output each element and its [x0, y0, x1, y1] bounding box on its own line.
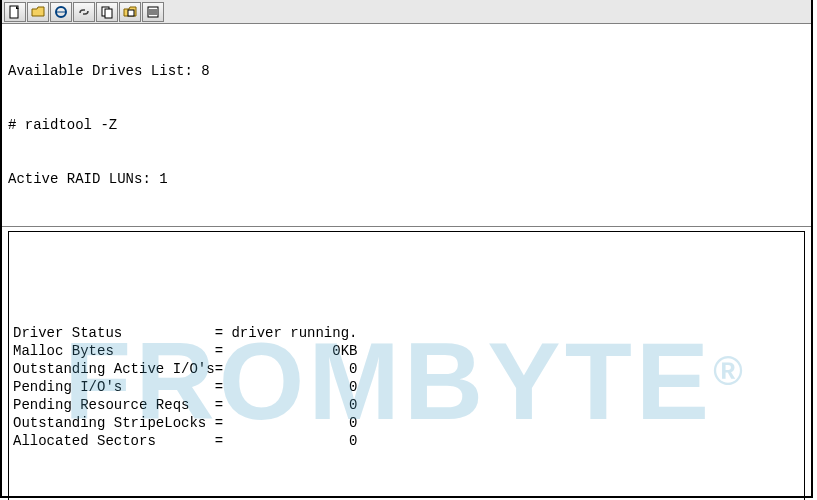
new-button[interactable]	[4, 2, 26, 22]
header-section: Available Drives List: 8 # raidtool -Z A…	[2, 24, 811, 226]
paste-icon	[123, 5, 137, 19]
status-line: Pending I/O's = 0	[13, 378, 800, 396]
driver-status-block: Driver Status = driver running.Malloc By…	[13, 324, 800, 450]
copy-icon	[100, 5, 114, 19]
status-line: Driver Status = driver running.	[13, 324, 800, 342]
divider	[2, 226, 811, 227]
link-button[interactable]	[73, 2, 95, 22]
open-icon	[31, 5, 45, 19]
status-line: Allocated Sectors = 0	[13, 432, 800, 450]
toolbar	[2, 0, 811, 24]
connect-button[interactable]	[50, 2, 72, 22]
active-luns-line: Active RAID LUNs: 1	[8, 170, 805, 188]
status-line: Malloc Bytes = 0KB	[13, 342, 800, 360]
status-line: Outstanding Active I/O's= 0	[13, 360, 800, 378]
status-line: Pending Resource Reqs = 0	[13, 396, 800, 414]
properties-button[interactable]	[142, 2, 164, 22]
new-icon	[8, 5, 22, 19]
properties-icon	[146, 5, 160, 19]
app-window: Available Drives List: 8 # raidtool -Z A…	[0, 0, 813, 498]
blank-line	[13, 486, 800, 500]
copy-button[interactable]	[96, 2, 118, 22]
link-icon	[77, 5, 91, 19]
svg-rect-4	[128, 10, 134, 16]
svg-rect-3	[105, 9, 112, 18]
terminal-output: FROMBYTE ® Driver Status = driver runnin…	[8, 231, 805, 500]
connect-icon	[54, 5, 68, 19]
open-button[interactable]	[27, 2, 49, 22]
available-drives-line: Available Drives List: 8	[8, 62, 805, 80]
command-line: # raidtool -Z	[8, 116, 805, 134]
paste-button[interactable]	[119, 2, 141, 22]
status-line: Outstanding StripeLocks = 0	[13, 414, 800, 432]
